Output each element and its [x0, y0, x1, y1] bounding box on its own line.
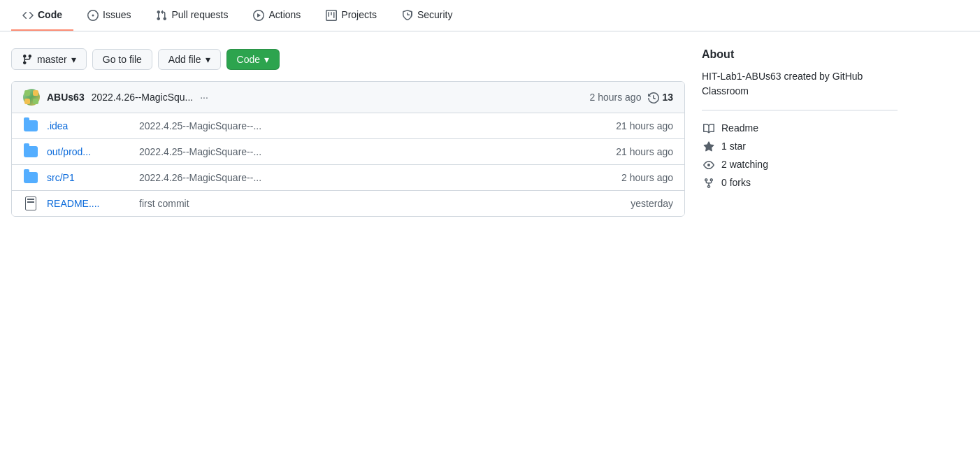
history-icon [648, 92, 659, 103]
tab-security-label: Security [417, 9, 453, 20]
tab-issues-label: Issues [103, 9, 131, 20]
avatar [23, 89, 40, 106]
left-panel: master ▾ Go to file Add file ▾ Code ▾ [11, 48, 685, 217]
go-to-file-button[interactable]: Go to file [92, 49, 152, 70]
stat-readme[interactable]: Readme [702, 122, 898, 134]
commit-header: ABUs63 2022.4.26--MagicSqu... ··· 2 hour… [12, 82, 684, 113]
stat-watching[interactable]: 2 watching [702, 158, 898, 171]
commit-username[interactable]: ABUs63 [47, 92, 85, 103]
file-name[interactable]: out/prod... [47, 146, 131, 157]
commit-message: 2022.4.26--MagicSqu... [92, 92, 194, 103]
svg-rect-3 [33, 99, 38, 104]
pull-requests-icon [156, 8, 167, 21]
code-button[interactable]: Code ▾ [226, 49, 280, 70]
tab-pull-requests-label: Pull requests [171, 9, 228, 20]
table-row: out/prod... 2022.4.25--MagicSquare--... … [12, 139, 684, 165]
tab-code-label: Code [38, 9, 62, 20]
file-commit-message: first commit [139, 198, 622, 209]
commit-time: 2 hours ago [589, 92, 641, 103]
file-commit-message: 2022.4.25--MagicSquare--... [139, 120, 607, 131]
file-time: yesterday [630, 198, 673, 209]
file-table: ABUs63 2022.4.26--MagicSqu... ··· 2 hour… [11, 81, 685, 217]
branch-label: master [37, 54, 67, 65]
commit-count[interactable]: 13 [648, 92, 673, 103]
tab-security[interactable]: Security [391, 0, 464, 31]
actions-icon [253, 8, 264, 21]
file-commit-message: 2022.4.25--MagicSquare--... [139, 146, 607, 157]
watch-icon [702, 158, 716, 171]
commit-ellipsis[interactable]: ··· [200, 92, 208, 103]
fork-icon [702, 176, 716, 189]
tab-actions-label: Actions [268, 9, 301, 20]
tab-pull-requests[interactable]: Pull requests [145, 0, 239, 31]
stat-stars[interactable]: 1 star [702, 140, 898, 152]
about-stats: Readme 1 star 2 watching 0 forks [702, 110, 898, 189]
about-title: About [702, 48, 898, 61]
code-dropdown-icon: ▾ [264, 54, 269, 65]
projects-icon [326, 8, 337, 21]
tab-code[interactable]: Code [11, 0, 73, 31]
add-file-button[interactable]: Add file ▾ [158, 49, 221, 70]
issues-icon [87, 8, 99, 21]
readme-icon [702, 122, 716, 134]
stat-forks[interactable]: 0 forks [702, 176, 898, 189]
commit-history-count: 13 [662, 92, 673, 103]
tab-projects-label: Projects [341, 9, 377, 20]
code-icon [22, 8, 34, 21]
svg-rect-2 [24, 99, 30, 104]
file-rows-container: .idea 2022.4.25--MagicSquare--... 21 hou… [12, 113, 684, 216]
add-file-dropdown-icon: ▾ [206, 54, 210, 65]
svg-rect-1 [33, 90, 38, 96]
star-icon [702, 140, 716, 152]
tab-issues[interactable]: Issues [76, 0, 142, 31]
about-description: HIT-Lab1-ABUs63 created by GitHub Classr… [702, 69, 898, 99]
table-row: .idea 2022.4.25--MagicSquare--... 21 hou… [12, 113, 684, 139]
svg-rect-0 [24, 90, 30, 96]
forks-label: 0 forks [721, 177, 751, 188]
file-icon [23, 196, 38, 210]
folder-icon [23, 119, 38, 133]
file-name[interactable]: src/P1 [47, 172, 131, 183]
tab-projects[interactable]: Projects [315, 0, 388, 31]
add-file-label: Add file [168, 54, 201, 65]
right-panel: About HIT-Lab1-ABUs63 created by GitHub … [702, 48, 898, 217]
tab-actions[interactable]: Actions [242, 0, 312, 31]
security-icon [402, 8, 413, 21]
file-time: 21 hours ago [616, 146, 673, 157]
file-commit-message: 2022.4.26--MagicSquare--... [139, 172, 613, 183]
readme-label: Readme [721, 122, 758, 134]
toolbar: master ▾ Go to file Add file ▾ Code ▾ [11, 48, 685, 70]
code-button-label: Code [237, 54, 260, 65]
stars-label: 1 star [721, 141, 746, 152]
file-time: 2 hours ago [621, 172, 673, 183]
file-time: 21 hours ago [616, 120, 673, 131]
file-name[interactable]: .idea [47, 120, 131, 131]
file-name[interactable]: README.... [47, 198, 131, 209]
watching-label: 2 watching [721, 159, 768, 170]
main-content: master ▾ Go to file Add file ▾ Code ▾ [0, 31, 909, 234]
folder-icon [23, 171, 38, 185]
nav-tab-bar: Code Issues Pull requests Actions Projec… [0, 0, 980, 31]
go-to-file-label: Go to file [103, 54, 142, 65]
table-row: README.... first commit yesterday [12, 191, 684, 216]
table-row: src/P1 2022.4.26--MagicSquare--... 2 hou… [12, 165, 684, 191]
branch-icon [22, 53, 33, 65]
branch-selector[interactable]: master ▾ [11, 48, 87, 70]
branch-dropdown-icon: ▾ [71, 54, 76, 65]
folder-icon [23, 145, 38, 159]
